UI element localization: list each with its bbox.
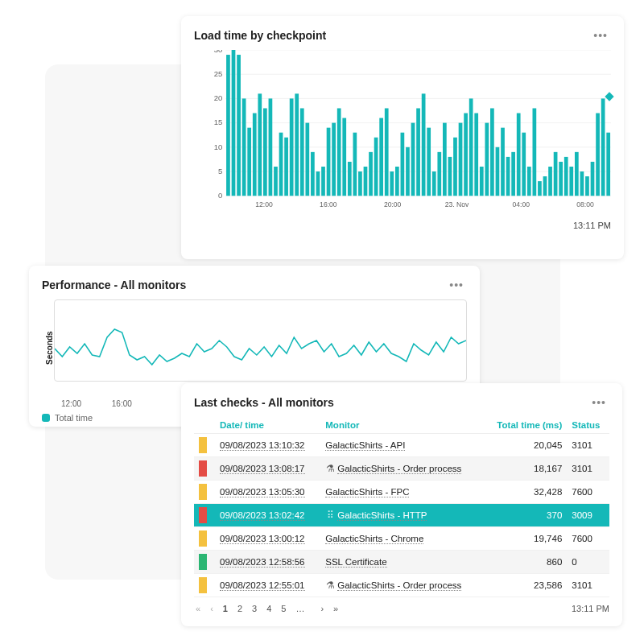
svg-rect-52 bbox=[427, 128, 431, 196]
svg-rect-83 bbox=[591, 162, 595, 196]
legend-swatch-icon bbox=[42, 414, 50, 422]
svg-text:23. Nov: 23. Nov bbox=[445, 200, 469, 208]
y-axis-label: Seconds bbox=[42, 299, 54, 396]
svg-text:08:00: 08:00 bbox=[576, 200, 594, 208]
svg-text:16:00: 16:00 bbox=[320, 200, 337, 208]
svg-rect-58 bbox=[459, 123, 463, 196]
more-icon[interactable]: ••• bbox=[588, 394, 609, 411]
pager-page[interactable]: … bbox=[294, 604, 306, 613]
svg-rect-68 bbox=[511, 152, 515, 196]
cell-total: 19,746 bbox=[483, 527, 567, 551]
cell-status: 3101 bbox=[567, 574, 609, 597]
status-chip bbox=[199, 554, 207, 570]
svg-rect-85 bbox=[601, 98, 605, 196]
svg-rect-26 bbox=[290, 98, 294, 196]
cell-status: 3009 bbox=[567, 504, 609, 527]
svg-rect-18 bbox=[247, 128, 251, 196]
cell-status: 3101 bbox=[567, 434, 609, 457]
status-chip bbox=[199, 460, 207, 477]
svg-rect-78 bbox=[564, 157, 568, 196]
svg-rect-31 bbox=[316, 171, 320, 196]
svg-rect-48 bbox=[406, 147, 410, 196]
svg-rect-32 bbox=[321, 167, 325, 196]
svg-rect-59 bbox=[464, 114, 468, 196]
table-row[interactable]: 09/08/2023 12:55:01⚗GalacticShirts - Ord… bbox=[194, 574, 609, 597]
svg-rect-84 bbox=[596, 114, 600, 196]
col-status[interactable]: Status bbox=[567, 417, 609, 434]
cell-monitor: GalacticShirts - API bbox=[325, 440, 405, 451]
cell-total: 18,167 bbox=[483, 457, 567, 481]
svg-rect-38 bbox=[353, 133, 357, 196]
svg-rect-50 bbox=[416, 108, 420, 196]
monitor-type-icon: ⚗ bbox=[325, 463, 335, 474]
svg-rect-19 bbox=[253, 114, 257, 196]
cell-total: 860 bbox=[483, 551, 567, 574]
table-row[interactable]: 09/08/2023 13:05:30GalacticShirts - FPC3… bbox=[194, 481, 609, 504]
more-icon[interactable]: ••• bbox=[590, 27, 611, 43]
svg-rect-47 bbox=[401, 133, 405, 196]
svg-text:20: 20 bbox=[214, 93, 223, 102]
svg-rect-80 bbox=[575, 152, 579, 196]
pager-page[interactable]: 5 bbox=[279, 604, 287, 613]
svg-rect-60 bbox=[469, 98, 473, 196]
cell-datetime: 09/08/2023 12:55:01 bbox=[220, 580, 305, 591]
svg-rect-43 bbox=[379, 118, 383, 196]
svg-rect-56 bbox=[448, 157, 452, 196]
more-icon[interactable]: ••• bbox=[446, 277, 467, 293]
cell-datetime: 09/08/2023 13:00:12 bbox=[220, 534, 305, 544]
pager-page[interactable]: 4 bbox=[265, 604, 273, 613]
svg-rect-74 bbox=[543, 176, 547, 196]
cell-monitor: GalacticShirts - Order process bbox=[337, 580, 461, 591]
cell-total: 32,428 bbox=[483, 481, 567, 504]
svg-text:15: 15 bbox=[214, 118, 223, 126]
svg-rect-37 bbox=[348, 162, 352, 196]
svg-rect-40 bbox=[364, 167, 368, 196]
pager-nav: « ‹ 12345… › » bbox=[194, 604, 340, 613]
svg-rect-72 bbox=[533, 108, 537, 196]
table-row[interactable]: 09/08/2023 13:08:17⚗GalacticShirts - Ord… bbox=[194, 457, 609, 481]
pager-next-icon[interactable]: › bbox=[319, 604, 325, 613]
svg-rect-28 bbox=[300, 108, 304, 196]
col-total[interactable]: Total time (ms) bbox=[483, 417, 567, 434]
col-monitor[interactable]: Monitor bbox=[320, 417, 483, 434]
pager-page[interactable]: 3 bbox=[250, 604, 258, 613]
cell-datetime: 09/08/2023 13:10:32 bbox=[220, 440, 305, 451]
pager-last-icon[interactable]: » bbox=[332, 604, 340, 613]
table-row[interactable]: 09/08/2023 13:02:42⠿GalacticShirts - HTT… bbox=[194, 504, 609, 527]
card-title: Load time by checkpoint bbox=[194, 29, 326, 42]
svg-rect-45 bbox=[390, 171, 394, 196]
pager: « ‹ 12345… › » 13:11 PM bbox=[194, 604, 609, 613]
bar-chart: 05101520253012:0016:0020:0023. Nov04:000… bbox=[212, 50, 611, 219]
cell-status: 7600 bbox=[567, 481, 609, 504]
table-row[interactable]: 09/08/2023 13:00:12GalacticShirts - Chro… bbox=[194, 527, 609, 551]
svg-text:04:00: 04:00 bbox=[513, 200, 530, 208]
svg-rect-17 bbox=[242, 98, 246, 196]
table-row[interactable]: 09/08/2023 13:10:32GalacticShirts - API2… bbox=[194, 434, 609, 457]
table-row[interactable]: 09/08/2023 12:58:56SSL Certificate8600 bbox=[194, 551, 609, 574]
svg-rect-39 bbox=[358, 171, 362, 196]
svg-rect-64 bbox=[490, 108, 494, 196]
pager-page[interactable]: 2 bbox=[236, 604, 244, 613]
svg-rect-69 bbox=[517, 114, 521, 196]
svg-rect-57 bbox=[453, 138, 457, 196]
monitor-type-icon: ⚗ bbox=[325, 580, 335, 591]
svg-rect-53 bbox=[432, 171, 436, 196]
pager-page[interactable]: 1 bbox=[221, 604, 229, 613]
svg-rect-23 bbox=[274, 167, 278, 196]
line-chart bbox=[54, 299, 467, 382]
cell-status: 0 bbox=[567, 551, 609, 574]
svg-text:25: 25 bbox=[214, 69, 223, 78]
card-title: Performance - All monitors bbox=[42, 279, 186, 291]
svg-rect-42 bbox=[374, 138, 378, 196]
svg-rect-67 bbox=[506, 157, 510, 196]
svg-rect-77 bbox=[559, 162, 563, 196]
status-chip bbox=[199, 577, 207, 593]
pager-first-icon[interactable]: « bbox=[194, 604, 202, 613]
cell-total: 20,045 bbox=[483, 434, 567, 457]
col-datetime[interactable]: Date/ time bbox=[215, 417, 320, 434]
svg-rect-29 bbox=[305, 123, 309, 196]
svg-rect-70 bbox=[522, 133, 526, 196]
timestamp-label: 13:11 PM bbox=[572, 604, 609, 613]
svg-rect-21 bbox=[263, 108, 267, 196]
pager-prev-icon[interactable]: ‹ bbox=[208, 604, 215, 613]
